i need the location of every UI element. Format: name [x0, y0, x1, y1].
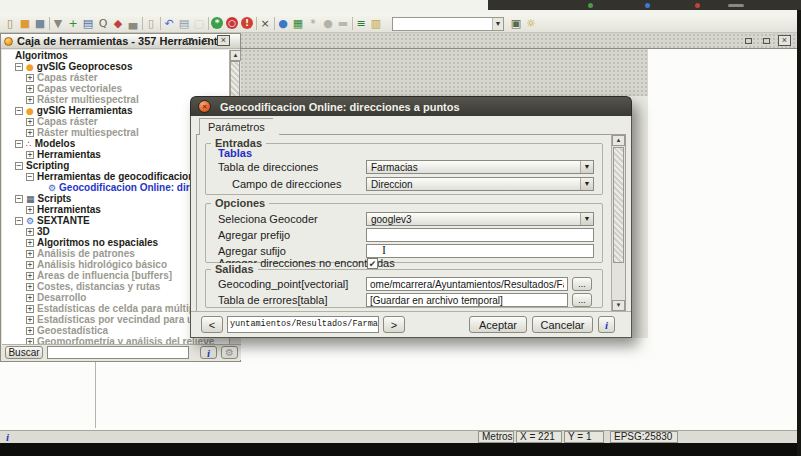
expander-icon[interactable]: + — [26, 261, 34, 269]
dialog-titlebar[interactable]: × Geocodificacion Online: direcciones a … — [190, 96, 632, 116]
maximize-window-icon[interactable] — [760, 35, 773, 46]
restore-window-icon[interactable] — [742, 35, 755, 46]
sufijo-input[interactable] — [366, 244, 594, 258]
next-button[interactable]: > — [383, 316, 405, 333]
export-plot-icon[interactable]: ▼ — [51, 16, 65, 31]
expander-icon[interactable]: + — [26, 239, 34, 247]
node-icon: ⚙ — [26, 216, 34, 226]
toc-divider[interactable] — [95, 362, 96, 428]
tree-item[interactable]: Algoritmos — [2, 50, 229, 61]
tabla-errores-input[interactable] — [366, 293, 568, 307]
chevron-down-icon[interactable]: ▼ — [580, 213, 593, 225]
expander-icon[interactable]: − — [15, 195, 23, 203]
dialog-scrollbar[interactable]: ▲ ▼ — [611, 135, 625, 311]
buscar-button[interactable]: Buscar — [5, 346, 43, 359]
scroll-up-icon[interactable]: ▲ — [612, 135, 625, 146]
scale-combobox[interactable]: ▼ — [392, 17, 504, 31]
geoprocess-icon[interactable]: * — [210, 16, 224, 31]
tree-item[interactable]: − ● gvSIG Geoprocesos — [2, 61, 229, 72]
zoom-select-icon[interactable]: Q — [96, 16, 110, 31]
script-page-icon[interactable]: ▤ — [177, 16, 191, 31]
expander-icon[interactable]: − — [15, 140, 23, 148]
expander-icon[interactable]: + — [26, 272, 34, 280]
close-dialog-icon[interactable]: × — [198, 100, 211, 113]
config-button[interactable]: ⚙ — [221, 346, 238, 359]
expander-icon[interactable]: + — [26, 228, 34, 236]
browse-errores-button[interactable]: ... — [572, 293, 592, 307]
info-button[interactable]: i — [200, 346, 217, 359]
tab-parametros[interactable]: Parámetros — [199, 118, 280, 135]
globe-icon[interactable]: ● — [276, 16, 290, 31]
toolbar-separator — [274, 17, 275, 30]
record-icon[interactable]: ○ — [225, 16, 239, 31]
globe-gray-icon[interactable]: ● — [321, 16, 335, 31]
expander-icon[interactable]: + — [26, 96, 34, 104]
sufijo-label: Agregar sufijo — [218, 245, 286, 257]
search-input[interactable] — [47, 346, 189, 359]
dash-gray-icon[interactable]: ▬ — [336, 16, 350, 31]
maximize-toolbox-icon[interactable] — [200, 35, 213, 46]
cancelar-button[interactable]: Cancelar — [532, 316, 593, 333]
expander-icon[interactable]: + — [26, 151, 34, 159]
add-layer-icon[interactable]: + — [66, 16, 80, 31]
expander-icon[interactable]: − — [15, 107, 23, 115]
chevron-down-icon[interactable]: ▼ — [580, 178, 593, 190]
blank-icon[interactable]: ▢ — [192, 16, 206, 31]
aceptar-button[interactable]: Aceptar — [469, 316, 527, 333]
folder-map-icon[interactable]: ▣ — [509, 16, 523, 31]
toolbox-tools-icon[interactable]: × — [258, 16, 272, 31]
expander-icon[interactable]: + — [26, 250, 34, 258]
browse-point-button[interactable]: ... — [572, 277, 592, 291]
tree-item-label: gvSIG Herramientas — [37, 105, 133, 116]
dialog-info-button[interactable]: i — [598, 316, 615, 333]
prefijo-input[interactable] — [366, 228, 594, 242]
expander-icon[interactable]: + — [26, 305, 34, 313]
symbology-icon[interactable]: ◆ — [111, 16, 125, 31]
raster-icon[interactable]: ▦ — [291, 16, 305, 31]
toolbox-titlebar[interactable]: Caja de herramientas - 357 Herramientas … — [1, 34, 240, 49]
expander-icon[interactable]: + — [26, 316, 34, 324]
expander-icon[interactable]: − — [15, 217, 23, 225]
expander-icon[interactable]: − — [15, 162, 23, 170]
save-icon[interactable]: ■ — [33, 16, 47, 31]
scroll-down-icon[interactable]: ▼ — [612, 300, 625, 311]
chevron-down-icon[interactable]: ▼ — [492, 18, 503, 30]
expander-icon[interactable]: + — [26, 283, 34, 291]
expander-icon[interactable]: + — [26, 206, 34, 214]
detach-window-icon[interactable] — [183, 35, 196, 46]
tree-item[interactable]: + Capas vectoriales — [2, 83, 229, 94]
print-icon[interactable]: ▄ — [126, 16, 140, 31]
expander-icon[interactable]: − — [15, 63, 23, 71]
clipboard-icon[interactable]: ▯ — [144, 16, 158, 31]
scroll-thumb[interactable] — [613, 147, 624, 263]
expander-icon[interactable]: + — [26, 327, 34, 335]
layers-export-icon[interactable]: ≡ — [354, 16, 368, 31]
catalog-icon[interactable]: ▥ — [369, 16, 383, 31]
campo-direcciones-combobox[interactable]: Direccion ▼ — [366, 177, 594, 191]
expression-field[interactable]: yuntamientos/Resultados/Farmacias", "#") — [227, 316, 379, 333]
close-toolbox-icon[interactable]: × — [217, 35, 230, 46]
chevron-down-icon[interactable]: ▼ — [580, 161, 593, 173]
expander-icon[interactable]: + — [26, 129, 34, 137]
tree-item[interactable]: + Capas ráster — [2, 72, 229, 83]
expander-icon[interactable]: + — [26, 118, 34, 126]
no-encontradas-checkbox[interactable]: ✔ — [367, 258, 378, 269]
expander-icon[interactable]: + — [26, 74, 34, 82]
geocoder-combobox[interactable]: googlev3 ▼ — [366, 212, 594, 226]
expander-icon[interactable]: + — [26, 85, 34, 93]
error-icon[interactable]: ! — [240, 16, 254, 31]
close-window-icon[interactable]: × — [778, 35, 791, 46]
expander-icon[interactable]: − — [26, 173, 34, 181]
mdi-background — [240, 49, 648, 96]
expander-icon[interactable]: + — [26, 294, 34, 302]
tabla-direcciones-combobox[interactable]: Farmacias ▼ — [366, 160, 594, 174]
geocoding-point-input[interactable] — [366, 277, 568, 291]
add-locator-icon[interactable]: ▤ — [81, 16, 95, 31]
prev-button[interactable]: < — [201, 316, 223, 333]
scroll-up-icon[interactable]: ▲ — [230, 50, 241, 61]
undo-icon[interactable]: ↶ — [162, 16, 176, 31]
open-folder-icon[interactable]: ■ — [18, 16, 32, 31]
locator-search-icon[interactable]: ☼ — [524, 16, 538, 31]
gear-gray-icon[interactable]: * — [306, 16, 320, 31]
new-document-icon[interactable]: ▯ — [3, 16, 17, 31]
